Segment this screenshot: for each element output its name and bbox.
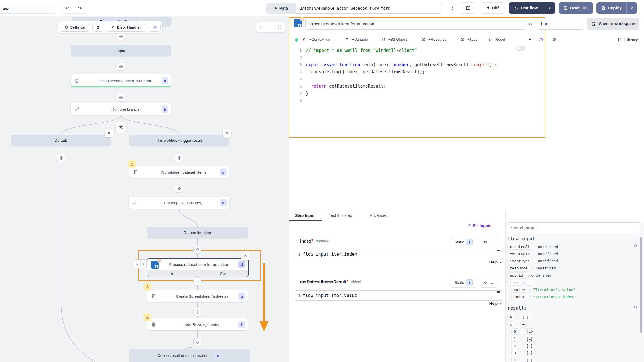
insert-step-button[interactable] bbox=[117, 63, 125, 71]
branch-if-node[interactable]: If is webhook trigger result bbox=[129, 135, 229, 146]
ai-wand-icon[interactable] bbox=[538, 37, 543, 42]
add-type-button[interactable]: +Type bbox=[467, 37, 478, 42]
connect-input-buttons[interactable]: → bbox=[479, 278, 498, 288]
prop-row[interactable]: resource:undefined bbox=[507, 265, 556, 271]
tab-step-input[interactable]: Step Input bbox=[295, 213, 314, 218]
zoom-in-icon[interactable]: + bbox=[259, 24, 262, 30]
branch-default-node[interactable]: Default bbox=[11, 135, 111, 146]
code-editor[interactable] bbox=[289, 46, 545, 137]
node-in-tab[interactable]: In bbox=[147, 272, 198, 276]
plug-icon[interactable] bbox=[483, 240, 487, 244]
insert-step-button[interactable] bbox=[117, 94, 125, 102]
ai-flow-button[interactable] bbox=[149, 23, 161, 32]
insert-step-button[interactable] bbox=[193, 308, 201, 316]
reset-button[interactable]: Reset bbox=[495, 37, 505, 42]
diff-mode-toggle[interactable] bbox=[516, 46, 525, 51]
arrow-right-icon[interactable]: → bbox=[490, 240, 494, 245]
remove-branch-button[interactable]: × bbox=[223, 129, 231, 138]
help-toggle[interactable]: Help ∨ bbox=[481, 260, 502, 264]
step-node-run-one-branch[interactable]: Run one branch b bbox=[71, 103, 171, 115]
chevron-down-icon[interactable]: ∨ bbox=[544, 6, 555, 10]
run-step-button[interactable]: ▷ ∨ bbox=[134, 259, 147, 268]
result-row[interactable]: 0:{…} bbox=[511, 328, 535, 335]
fill-inputs-button[interactable]: Fill inputs bbox=[467, 223, 491, 228]
prop-row[interactable]: createdAt:undefined bbox=[507, 244, 558, 250]
library-button[interactable]: Library bbox=[624, 38, 638, 42]
flow-summary-input[interactable] bbox=[0, 3, 56, 14]
insert-step-button[interactable] bbox=[193, 338, 201, 346]
prop-row[interactable]: index:"Iteration's index" bbox=[511, 294, 576, 300]
tag-input[interactable] bbox=[537, 18, 584, 30]
deploy-button[interactable]: Deploy ∨ bbox=[596, 2, 637, 14]
search-icon[interactable] bbox=[633, 244, 638, 248]
insert-step-button[interactable] bbox=[193, 277, 201, 285]
node-out-tab[interactable]: Out bbox=[198, 272, 248, 276]
input-node[interactable]: Input bbox=[71, 45, 171, 56]
insert-step-button[interactable] bbox=[175, 154, 183, 162]
step-node-for-loop[interactable]: For loop (skip failures) e bbox=[129, 197, 229, 209]
result-row[interactable]: 3:{…} bbox=[511, 350, 535, 356]
test-flow-button[interactable]: ▷ Test flow ∨ bbox=[509, 2, 555, 14]
insert-step-button[interactable] bbox=[193, 246, 201, 254]
add-context-var-button[interactable]: +Context var bbox=[309, 37, 330, 42]
draft-button[interactable]: Draft ⌘S bbox=[559, 2, 593, 14]
search-icon[interactable] bbox=[633, 305, 638, 310]
zoom-out-icon[interactable]: − bbox=[268, 24, 271, 30]
fit-view-icon[interactable] bbox=[277, 25, 282, 29]
tab-advanced[interactable]: Advanced bbox=[370, 213, 387, 218]
prop-row[interactable]: iter:– bbox=[507, 280, 533, 286]
expr-input-result[interactable]: 1 flow_input.iter.value bbox=[295, 290, 502, 301]
help-toggle[interactable]: Help ∨ bbox=[481, 301, 502, 306]
arrow-right-icon[interactable]: → bbox=[490, 280, 494, 285]
tab-test-this-step[interactable]: Test this step bbox=[329, 213, 352, 218]
add-variable-button[interactable]: +Variable bbox=[352, 37, 368, 42]
function-mode-icon[interactable]: f bbox=[466, 239, 473, 245]
search-prop-input[interactable] bbox=[507, 222, 640, 233]
result-row[interactable]: a:{…} bbox=[507, 314, 531, 320]
plug-icon[interactable] bbox=[483, 280, 487, 285]
diff-button[interactable]: ± Diff bbox=[481, 2, 505, 14]
iteration-node[interactable]: Do one iteration bbox=[147, 227, 248, 238]
results-section-title[interactable]: results bbox=[507, 305, 527, 311]
save-to-workspace-button[interactable]: Save to workspace bbox=[587, 18, 639, 30]
result-row[interactable]: 4:{…} bbox=[511, 357, 535, 362]
prop-row[interactable]: userId:undefined bbox=[507, 272, 551, 278]
path-input[interactable] bbox=[296, 3, 442, 14]
add-s3-object-button[interactable]: +S3 Object bbox=[388, 37, 407, 42]
editor-settings-icon[interactable]: ⚙ bbox=[552, 37, 556, 43]
add-resource-button[interactable]: +Resource bbox=[428, 37, 446, 42]
prop-row[interactable]: eventType:undefined bbox=[507, 258, 558, 264]
undo-button[interactable]: ↶ bbox=[61, 3, 74, 14]
remove-branch-button[interactable]: × bbox=[105, 129, 113, 137]
step-node-process-dataset-item[interactable]: TS Process dataset item for an action d … bbox=[147, 258, 249, 277]
error-handler-button[interactable]: Error Handler bbox=[106, 23, 146, 32]
flow-settings-button[interactable]: ⚙ Settings bbox=[60, 23, 90, 32]
insert-step-button[interactable] bbox=[175, 185, 183, 193]
expr-input-index[interactable]: 1 flow_input.iter.index bbox=[295, 249, 502, 259]
plus-minus-icon[interactable]: ± bbox=[529, 37, 531, 42]
chevron-down-icon[interactable]: ∨ bbox=[627, 6, 637, 10]
kebab-menu-icon[interactable]: ⋮ bbox=[450, 5, 455, 11]
step-node-create-actor-webhook[interactable]: f/scripts/create_actor_webhook a bbox=[71, 74, 171, 87]
function-mode-icon[interactable]: f bbox=[466, 279, 473, 286]
flow-static-inputs-button[interactable]: $ bbox=[92, 23, 103, 32]
add-branch-button[interactable] bbox=[116, 122, 126, 133]
result-row[interactable]: c:– bbox=[507, 321, 527, 327]
connect-input-buttons[interactable]: → bbox=[479, 237, 498, 247]
insert-step-button[interactable] bbox=[117, 32, 125, 40]
remove-step-button[interactable]: × bbox=[241, 251, 250, 260]
input-mode-toggle[interactable]: Static f bbox=[450, 278, 477, 288]
insert-step-button[interactable] bbox=[57, 154, 65, 162]
collect-result-node[interactable]: Collect result of each iteration e bbox=[129, 349, 250, 362]
result-row[interactable]: 1:{…} bbox=[511, 336, 535, 342]
prop-row[interactable]: value:"Iteration's value" bbox=[511, 287, 576, 293]
redo-button[interactable]: ↷ bbox=[74, 3, 86, 14]
step-node-create-spreadsheet[interactable]: Create Spreadsheet (gsheets) g bbox=[147, 290, 248, 302]
input-mode-toggle[interactable]: Static f bbox=[450, 237, 477, 247]
props-scrollbar[interactable] bbox=[640, 237, 642, 333]
result-row[interactable]: 2:{…} bbox=[511, 343, 535, 349]
prop-row[interactable]: eventData:undefined bbox=[507, 251, 558, 257]
docs-button[interactable] bbox=[460, 2, 476, 14]
step-node-get-dataset-items[interactable]: f/scripts/get_dataset_items c bbox=[129, 166, 229, 178]
step-title-input[interactable] bbox=[305, 18, 526, 30]
